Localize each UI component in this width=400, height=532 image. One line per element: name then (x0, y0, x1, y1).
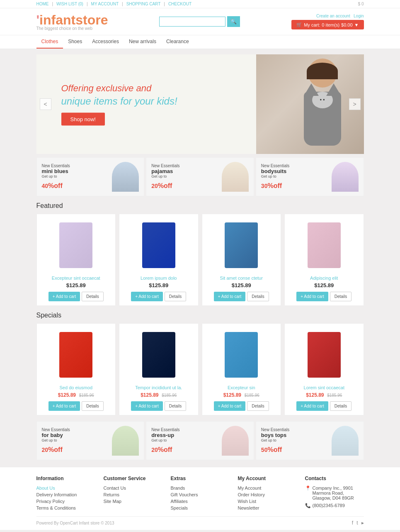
nav-home[interactable]: HOME (36, 2, 53, 6)
promo-text-2: New Essentials pajamas Get up to 20%off (151, 164, 179, 190)
footer-information: Information About Us Delivery Informatio… (36, 476, 95, 512)
footer-order-history[interactable]: Order History (238, 492, 297, 497)
nav-clothes[interactable]: Clothes (36, 35, 63, 49)
promo2-text-2: New Essentials dress-up Get up to 20%off (151, 427, 179, 454)
specials-section: Specials Sed do eiusmod $125.89 $185.96 … (36, 312, 364, 415)
details-s3[interactable]: Details (247, 401, 269, 411)
promo-text-3: New Essentials bodysuits Get up to 30%of… (261, 164, 289, 190)
slider-next[interactable]: > (349, 98, 361, 110)
footer-returns[interactable]: Returns (104, 492, 162, 497)
footer-wish-list[interactable]: Wish List (238, 499, 297, 504)
special-actions-3: + Add to cart Details (206, 401, 277, 411)
slider-heading2: unique items for your kids! (61, 95, 177, 107)
add-to-cart-2[interactable]: + Add to cart (131, 292, 162, 301)
details-2[interactable]: Details (165, 292, 187, 301)
product-image-4 (289, 218, 359, 272)
footer-site-map[interactable]: Site Map (104, 499, 162, 504)
promo-dress-up[interactable]: New Essentials dress-up Get up to 20%off (146, 421, 254, 460)
product-price-3: $125.89 (206, 282, 277, 288)
create-account-link[interactable]: Create an account (316, 14, 350, 18)
footer-my-account-link[interactable]: My Account (238, 486, 297, 491)
nav-shoes[interactable]: Shoes (63, 35, 87, 49)
nav-wishlist[interactable]: WISH LIST (0) (56, 2, 87, 6)
special-name-3: Excepteur sin (206, 385, 277, 390)
account-links: Create an account Login (316, 14, 364, 18)
footer-terms[interactable]: Terms & Conditions (36, 505, 95, 510)
promo-for-baby[interactable]: New Essentials for baby Get up to 20%off (36, 421, 145, 460)
details-3[interactable]: Details (247, 292, 269, 301)
details-s1[interactable]: Details (82, 401, 104, 411)
add-to-cart-4[interactable]: + Add to cart (296, 292, 328, 301)
add-to-cart-s2[interactable]: + Add to cart (131, 401, 162, 411)
search-input[interactable] (159, 17, 225, 27)
nav-new-arrivals[interactable]: New arrivals (124, 35, 161, 49)
special-actions-2: + Add to cart Details (124, 401, 194, 411)
header-right: Create an account Login 🛒 My cart: 0 ite… (291, 14, 364, 29)
footer-info-title: Information (36, 476, 95, 481)
footer-privacy[interactable]: Privacy Policy (36, 499, 95, 504)
special-image-4 (289, 328, 359, 382)
facebook-icon[interactable]: f (352, 520, 353, 526)
login-link[interactable]: Login (354, 14, 364, 18)
nav-clearance[interactable]: Clearance (161, 35, 194, 49)
nav-accessories[interactable]: Accessories (87, 35, 124, 49)
cart-items: 0 item(s) (322, 22, 339, 27)
rss-icon[interactable]: ▸ (361, 520, 364, 526)
twitter-icon[interactable]: t (356, 520, 358, 526)
special-actions-4: + Add to cart Details (289, 401, 359, 411)
promo-boys-tops[interactable]: New Essentials boys tops Get up to 50%of… (256, 421, 364, 460)
promo-pajamas[interactable]: New Essentials pajamas Get up to 20%off (146, 157, 254, 196)
product-name-1: Excepteur sint occaecat (41, 276, 112, 281)
footer-columns: Information About Us Delivery Informatio… (36, 476, 364, 512)
slider-prev[interactable]: < (40, 98, 51, 110)
add-to-cart-s4[interactable]: + Add to cart (296, 401, 328, 411)
footer-address: 📍 Company Inc., 9901 Marmora Road, Glasg… (305, 486, 364, 500)
footer-about-us[interactable]: About Us (36, 486, 95, 491)
footer-newsletter[interactable]: Newsletter (238, 505, 297, 510)
shop-now-button[interactable]: Shop now! (61, 113, 105, 126)
footer-delivery[interactable]: Delivery Information (36, 492, 95, 497)
logo[interactable]: 'infantstore The biggest choice on the w… (36, 12, 108, 31)
product-image-2 (124, 218, 194, 272)
product-name-3: Sit amet conse ctetur (206, 276, 277, 281)
copyright-text: Powered By OpenCart Infant store © 2013 (36, 521, 114, 525)
product-image-1 (41, 218, 112, 272)
add-to-cart-s3[interactable]: + Add to cart (214, 401, 245, 411)
currency-display: $ 0 (358, 2, 364, 6)
cart-total: $0.00 (341, 22, 353, 27)
promo-image-1 (112, 162, 139, 192)
search-button[interactable]: 🔍 (227, 16, 240, 27)
footer-contacts-title: Contacts (305, 476, 364, 481)
nav-checkout[interactable]: CHECKOUT (168, 2, 192, 6)
cart-icon: 🛒 (296, 22, 302, 27)
footer-affiliates[interactable]: Affiliates (171, 499, 230, 504)
footer-contact-us[interactable]: Contact Us (104, 486, 162, 491)
promo-bodysuits[interactable]: New Essentials bodysuits Get up to 30%of… (256, 157, 364, 196)
cart-chevron: ▼ (354, 22, 359, 27)
details-4[interactable]: Details (330, 292, 352, 301)
header: 'infantstore The biggest choice on the w… (0, 8, 400, 35)
cart-label: My cart: (304, 22, 320, 27)
footer-brands[interactable]: Brands (171, 486, 230, 491)
details-1[interactable]: Details (82, 292, 104, 301)
add-to-cart-3[interactable]: + Add to cart (214, 292, 245, 301)
promo-mini-blues[interactable]: New Essentials mini blues Get up to 40%o… (36, 157, 145, 196)
footer-bottom: Powered By OpenCart Infant store © 2013 … (36, 516, 364, 526)
add-to-cart-1[interactable]: + Add to cart (48, 292, 80, 301)
cart-button[interactable]: 🛒 My cart: 0 item(s) $0.00 ▼ (291, 20, 364, 29)
phone-icon: 📞 (305, 503, 311, 508)
nav-myaccount[interactable]: MY ACCOUNT (91, 2, 123, 6)
product-actions-3: + Add to cart Details (206, 292, 277, 301)
top-navigation: HOME WISH LIST (0) MY ACCOUNT SHOPPING C… (36, 2, 192, 6)
logo-text: 'infantstore (36, 12, 108, 28)
details-s4[interactable]: Details (330, 401, 352, 411)
details-s2[interactable]: Details (165, 401, 187, 411)
add-to-cart-s1[interactable]: + Add to cart (48, 401, 80, 411)
nav-cart[interactable]: SHOPPING CART (126, 2, 165, 6)
promo-text-1: New Essentials mini blues Get up to 40%o… (42, 164, 70, 190)
footer-gift-vouchers[interactable]: Gift Vouchers (171, 492, 230, 497)
promo2-text-3: New Essentials boys tops Get up to 50%of… (261, 427, 289, 454)
footer-specials[interactable]: Specials (171, 505, 230, 510)
search-area: 🔍 (159, 16, 240, 27)
special-actions-1: + Add to cart Details (41, 401, 112, 411)
